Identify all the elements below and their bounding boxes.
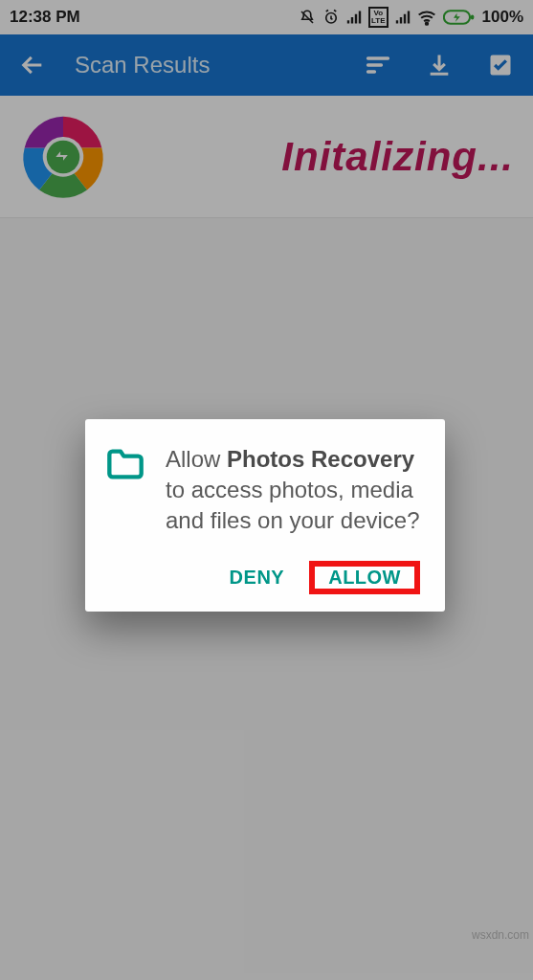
allow-button[interactable]: ALLOW [315,557,414,597]
permission-message: Allow Photos Recovery to access photos, … [166,444,420,536]
msg-suffix: to access photos, media and files on you… [166,477,420,533]
folder-icon [106,444,144,536]
msg-app-name: Photos Recovery [227,446,414,472]
permission-dialog: Allow Photos Recovery to access photos, … [85,419,445,612]
allow-highlight: ALLOW [309,561,420,594]
deny-button[interactable]: DENY [216,557,299,598]
msg-prefix: Allow [166,446,227,472]
